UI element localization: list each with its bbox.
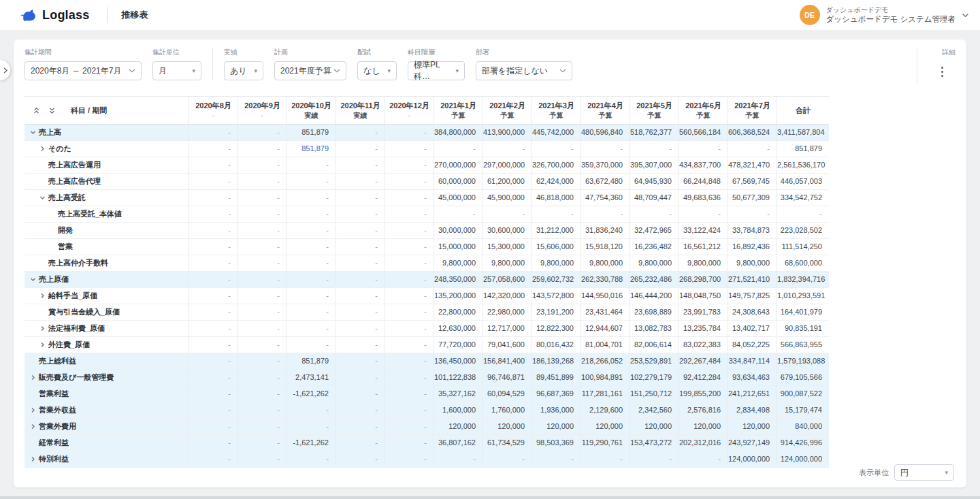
column-header: 2021年6月予算 [679, 97, 728, 124]
account-label: 営業利益 [39, 389, 69, 399]
expand-closed-icon[interactable] [39, 146, 48, 152]
value-cell: 47,754,360 [581, 190, 630, 206]
value-cell: - [189, 223, 238, 238]
table-row: 売上高--851,879--384,800,000413,900,000445,… [24, 125, 829, 141]
value-cell: 63,672,480 [581, 174, 630, 189]
value-cell: 31,836,240 [581, 223, 630, 238]
expand-closed-icon[interactable] [39, 293, 48, 299]
value-cell: 117,281,161 [581, 386, 630, 402]
value-cell: - [336, 157, 385, 173]
kebab-menu-button[interactable] [937, 63, 947, 81]
value-cell: 15,606,000 [532, 239, 581, 255]
value-cell: - [189, 386, 238, 402]
value-cell: - [189, 402, 238, 418]
filter-value: 2021年度予算 [280, 65, 331, 77]
drilldown-value-link[interactable]: 851,879 [287, 141, 336, 157]
table-row: 賞与引当金繰入_原価-----22,800,00022,980,00023,19… [24, 304, 829, 321]
value-cell: - [336, 402, 385, 418]
value-cell: - [238, 419, 287, 434]
expand-closed-icon[interactable] [30, 423, 39, 430]
value-cell: 146,444,200 [630, 288, 679, 304]
expand-closed-icon[interactable] [39, 325, 48, 332]
expand-open-icon[interactable] [39, 195, 48, 201]
value-cell: - [385, 451, 434, 467]
value-cell: 148,048,750 [679, 288, 728, 304]
value-cell: 9,800,000 [630, 255, 679, 271]
account-label: 販売費及び一般管理費 [39, 372, 114, 383]
account-label: 売上総利益 [39, 356, 76, 366]
expand-open-icon[interactable] [30, 276, 39, 283]
value-cell: - [238, 402, 287, 418]
value-cell: 851,879 [287, 125, 336, 140]
value-cell: - [532, 206, 581, 222]
value-cell: 79,041,600 [483, 337, 532, 353]
value-cell: 48,709,447 [630, 190, 679, 206]
value-cell: - [385, 353, 434, 369]
transition-table: 科目 / 期間2020年8月-2020年9月-2020年10月実績2020年11… [24, 96, 829, 468]
user-menu[interactable]: DE ダッシュボードデモ ダッシュボードデモ システム管理者 [800, 5, 969, 25]
expand-closed-icon[interactable] [30, 407, 39, 413]
unit-select[interactable]: 月▾ [152, 61, 201, 80]
value-cell: - [287, 206, 336, 222]
value-cell: 31,212,000 [532, 223, 581, 238]
display-unit-label: 表示単位 [859, 468, 889, 478]
value-cell: - [336, 337, 385, 353]
value-cell: - [385, 206, 434, 222]
value-cell: 413,900,000 [483, 125, 532, 140]
value-cell: 15,179,474 [777, 402, 829, 418]
value-cell: 102,279,179 [630, 370, 679, 385]
value-cell: 1,010,293,591 [777, 288, 829, 304]
period-select[interactable]: 2020年8月 ～ 2021年7月 [24, 61, 142, 80]
horizontal-scrollbar[interactable] [0, 496, 980, 499]
value-cell: 218,266,052 [581, 353, 630, 369]
value-cell: 15,000,000 [434, 239, 483, 255]
account-label: 賞与引当金繰入_原価 [48, 307, 120, 317]
account-label-cell: 売上原価 [24, 272, 189, 287]
value-cell: - [728, 141, 777, 157]
actuals-select[interactable]: あり▾ [224, 61, 263, 80]
column-header: 2020年12月- [385, 97, 434, 124]
account-label-cell: 給料手当_原価 [24, 288, 189, 304]
value-cell: - [189, 353, 238, 369]
value-cell: 93,634,463 [728, 370, 777, 385]
expand-closed-icon[interactable] [30, 456, 39, 462]
value-cell: - [238, 141, 287, 157]
value-cell: 96,746,871 [483, 370, 532, 385]
expand-closed-icon[interactable] [30, 374, 39, 381]
account-label: 営業外収益 [39, 405, 76, 415]
account-label: 経常利益 [39, 438, 69, 448]
display-unit-select[interactable]: 円 ▾ [894, 464, 954, 481]
allocation-select[interactable]: なし▾ [357, 61, 397, 80]
value-cell: 1,936,000 [532, 402, 581, 418]
value-cell: 46,818,000 [532, 190, 581, 206]
value-cell: 15,300,000 [483, 239, 532, 255]
value-cell: 111,514,250 [777, 239, 829, 255]
value-cell: - [238, 239, 287, 255]
value-cell: -1,621,262 [287, 435, 336, 451]
plan-select-field: 計画2021年度予算 [274, 48, 346, 80]
collapse-all-icon[interactable] [31, 106, 42, 116]
value-cell: - [238, 288, 287, 304]
expand-all-icon[interactable] [47, 106, 57, 116]
value-cell: - [287, 451, 336, 467]
value-cell: 243,927,149 [728, 435, 777, 451]
avatar: DE [800, 5, 820, 25]
expand-closed-icon[interactable] [39, 342, 48, 348]
value-cell: - [189, 451, 238, 467]
expand-open-icon[interactable] [30, 129, 39, 135]
brand-logo[interactable]: Loglass [20, 8, 89, 22]
value-cell: 259,602,732 [532, 272, 581, 287]
value-cell: 81,004,701 [581, 337, 630, 353]
value-cell: - [336, 304, 385, 320]
value-cell: - [238, 125, 287, 140]
sidebar-expand-toggle[interactable] [0, 60, 10, 80]
value-cell: 23,991,783 [679, 304, 728, 320]
account-label: 外注費_原価 [48, 340, 90, 350]
value-cell: 61,734,529 [483, 435, 532, 451]
department-select[interactable]: 部署を指定しない [476, 61, 572, 80]
value-cell: - [385, 272, 434, 287]
value-cell: - [336, 141, 385, 157]
value-cell: - [189, 125, 238, 140]
account-tree-select[interactable]: 標準PL科…▾ [408, 61, 465, 80]
plan-select[interactable]: 2021年度予算 [274, 61, 346, 80]
